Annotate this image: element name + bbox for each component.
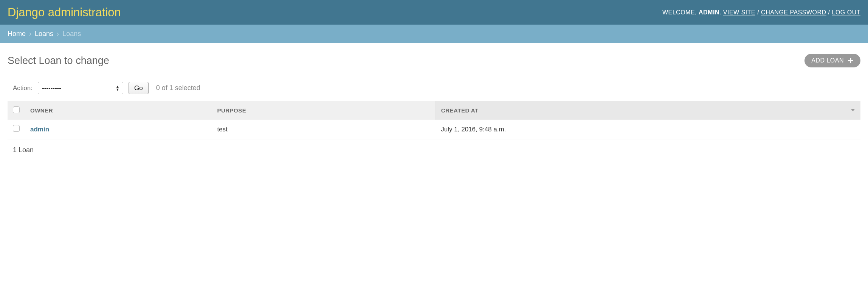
actions-bar: Action: --------- ▲▼ Go 0 of 1 selected — [8, 82, 860, 101]
th-created-at[interactable]: CREATED AT — [436, 101, 860, 120]
add-loan-label: ADD LOAN — [811, 57, 844, 64]
slash-2: / — [826, 9, 832, 16]
select-all-checkbox[interactable] — [13, 106, 20, 113]
page-title: Select Loan to change — [8, 55, 109, 67]
th-select-all — [8, 101, 25, 120]
td-purpose: test — [212, 120, 436, 139]
svg-marker-2 — [851, 109, 855, 111]
admin-header: Django administration WELCOME, ADMIN. VI… — [0, 0, 868, 25]
go-button[interactable]: Go — [129, 82, 149, 94]
breadcrumb-current: Loans — [62, 30, 81, 37]
change-password-link[interactable]: CHANGE PASSWORD — [761, 9, 826, 16]
changelist-table: OWNER PURPOSE CREATED AT admin test — [8, 101, 860, 139]
welcome-prefix: WELCOME, — [662, 9, 699, 16]
action-select-wrap: --------- ▲▼ — [38, 82, 123, 94]
row-checkbox[interactable] — [13, 125, 20, 132]
caret-down-icon — [851, 108, 855, 112]
add-loan-button[interactable]: ADD LOAN — [804, 54, 860, 67]
username: ADMIN — [699, 9, 719, 16]
breadcrumb-sep-1: › — [28, 30, 33, 37]
dot-sep: . — [719, 9, 723, 16]
td-owner: admin — [25, 120, 212, 139]
td-select — [8, 120, 25, 139]
breadcrumb-sep-2: › — [55, 30, 60, 37]
table-row: admin test July 1, 2016, 9:48 a.m. — [8, 120, 860, 139]
th-created-at-label: CREATED AT — [441, 107, 479, 114]
td-created-at: July 1, 2016, 9:48 a.m. — [436, 120, 860, 139]
action-counter: 0 of 1 selected — [156, 84, 200, 92]
user-tools: WELCOME, ADMIN. VIEW SITE / CHANGE PASSW… — [662, 9, 860, 16]
breadcrumb-home[interactable]: Home — [8, 30, 26, 37]
th-owner[interactable]: OWNER — [25, 101, 212, 120]
breadcrumb: Home › Loans › Loans — [0, 25, 868, 43]
logout-link[interactable]: LOG OUT — [832, 9, 860, 16]
branding: Django administration — [8, 6, 121, 19]
paginator: 1 Loan — [8, 139, 860, 161]
breadcrumb-app[interactable]: Loans — [35, 30, 53, 37]
plus-icon — [848, 58, 854, 64]
slash-1: / — [755, 9, 761, 16]
table-header-row: OWNER PURPOSE CREATED AT — [8, 101, 860, 120]
content-header: Select Loan to change ADD LOAN — [8, 54, 860, 67]
action-label: Action: — [13, 84, 33, 92]
content: Select Loan to change ADD LOAN Action: -… — [0, 43, 868, 161]
view-site-link[interactable]: VIEW SITE — [723, 9, 755, 16]
th-purpose[interactable]: PURPOSE — [212, 101, 436, 120]
action-select[interactable]: --------- — [38, 82, 123, 94]
row-owner-link[interactable]: admin — [30, 126, 49, 133]
sort-descending-icon[interactable] — [851, 107, 855, 114]
